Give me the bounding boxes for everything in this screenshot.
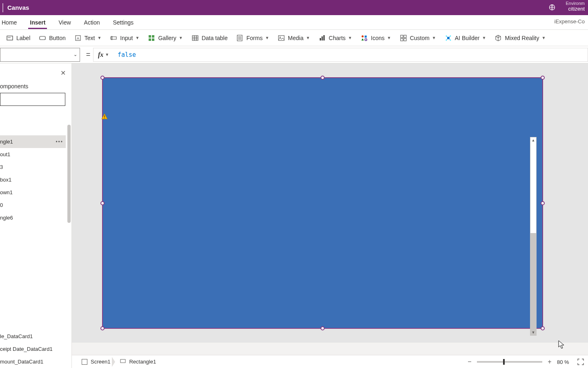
ribbon-aibuilder[interactable]: AI Builder ▼: [445, 35, 486, 41]
components-tab[interactable]: omponents: [0, 83, 28, 90]
tree-item-label: ceipt Date_DataCard1: [0, 346, 53, 352]
file-name[interactable]: iExpense-Co: [555, 18, 585, 25]
ribbon-input[interactable]: Input ▼: [110, 35, 139, 41]
menu-action[interactable]: Action: [82, 16, 102, 29]
ribbon-media-text: Media: [288, 35, 303, 41]
formula-input[interactable]: false: [114, 48, 588, 62]
menu-insert[interactable]: Insert: [28, 16, 47, 29]
menu-home[interactable]: Home: [0, 16, 18, 29]
status-bar: Screen1 Rectangle1 − + 80 %: [72, 355, 588, 368]
ribbon-charts[interactable]: Charts ▼: [319, 35, 352, 41]
tree-item-label: 0: [0, 202, 3, 208]
text-icon: A: [75, 35, 81, 41]
custom-icon: [400, 35, 407, 41]
ribbon-mixedreality[interactable]: Mixed Reality ▼: [495, 35, 546, 41]
svg-rect-3: [40, 36, 45, 40]
tree-item-label: mount_DataCard1: [0, 359, 43, 365]
svg-rect-8: [149, 35, 151, 38]
environment-icon[interactable]: [549, 4, 555, 12]
ribbon-datatable[interactable]: Data table: [192, 35, 228, 41]
fx-button[interactable]: fx ▼: [93, 48, 114, 62]
inner-scrollbar[interactable]: ▲ ▼: [530, 137, 537, 336]
chevron-down-icon: ▼: [306, 36, 310, 40]
ribbon-datatable-text: Data table: [202, 35, 228, 41]
chevron-down-icon: ▼: [135, 36, 139, 40]
tree-item-label: box1: [0, 177, 11, 183]
menu-view[interactable]: View: [57, 16, 72, 29]
panel-scrollbar[interactable]: [67, 125, 71, 223]
scroll-track[interactable]: [530, 143, 536, 330]
tree-item[interactable]: ngle6: [0, 211, 66, 224]
fit-to-screen-button[interactable]: [577, 359, 584, 365]
tree-item[interactable]: own1: [0, 186, 66, 199]
ribbon-button[interactable]: Button: [39, 35, 65, 41]
tree-item[interactable]: box1: [0, 173, 66, 186]
tree-item[interactable]: mount_DataCard1: [0, 355, 66, 368]
ribbon-custom[interactable]: Custom ▼: [400, 35, 436, 41]
svg-rect-23: [320, 38, 321, 40]
input-icon: [110, 35, 117, 41]
chevron-down-icon: ▼: [482, 36, 486, 40]
zoom-slider[interactable]: [477, 361, 542, 363]
breadcrumb-screen-label: Screen1: [91, 359, 110, 365]
resize-handle-br[interactable]: [541, 326, 545, 330]
ribbon-forms[interactable]: Forms ▼: [236, 35, 269, 41]
warning-icon[interactable]: [101, 113, 108, 121]
search-input[interactable]: [0, 93, 65, 106]
tree-item-label: le_DataCard1: [0, 333, 33, 339]
property-selector[interactable]: ⌄: [0, 48, 80, 62]
ribbon-media[interactable]: Media ▼: [278, 35, 310, 41]
tree-view: ngle1 ••• out1 3 box1 own1 0 ngle6: [0, 135, 66, 224]
svg-rect-31: [401, 38, 403, 41]
resize-handle-mr[interactable]: [541, 201, 545, 205]
zoom-out-button[interactable]: −: [466, 358, 473, 366]
breadcrumb-control[interactable]: Rectangle1: [115, 355, 161, 368]
tree-item-label: own1: [0, 189, 13, 195]
scroll-up-icon[interactable]: ▲: [530, 137, 536, 143]
close-icon[interactable]: ✕: [60, 69, 66, 77]
resize-handle-bm[interactable]: [321, 326, 325, 330]
resize-handle-ml[interactable]: [100, 201, 105, 205]
svg-rect-29: [401, 35, 403, 38]
tree-item[interactable]: 3: [0, 161, 66, 173]
scroll-down-icon[interactable]: ▼: [530, 330, 536, 335]
ribbon-button-text: Button: [49, 35, 65, 41]
chevron-down-icon: ▼: [179, 36, 183, 40]
svg-rect-24: [322, 36, 323, 40]
mixedreality-icon: [495, 35, 501, 41]
tree-view-panel: ✕ omponents ngle1 ••• out1 3 box1 own1 0…: [0, 63, 72, 368]
ribbon-label[interactable]: Label: [7, 35, 30, 41]
zoom-in-button[interactable]: +: [546, 358, 553, 366]
selected-rectangle[interactable]: ▲ ▼: [102, 77, 543, 329]
more-icon[interactable]: •••: [56, 139, 63, 145]
insert-ribbon: Label Button A Text ▼ Input ▼ Gallery ▼ …: [0, 30, 588, 46]
tree-view-bottom: le_DataCard1 ceipt Date_DataCard1 mount_…: [0, 330, 66, 368]
tree-item[interactable]: ceipt Date_DataCard1: [0, 343, 66, 355]
resize-handle-tr[interactable]: [541, 76, 545, 80]
resize-handle-bl[interactable]: [100, 326, 105, 330]
tree-item[interactable]: le_DataCard1: [0, 330, 66, 343]
menu-settings[interactable]: Settings: [111, 16, 136, 29]
ribbon-label-text: Label: [16, 35, 30, 41]
zoom-slider-knob[interactable]: [503, 359, 505, 365]
rectangle-icon: [120, 358, 126, 365]
canvas-area[interactable]: ▲ ▼: [72, 63, 588, 343]
svg-text:A: A: [77, 36, 79, 40]
environment-label[interactable]: Environm citizent: [566, 0, 585, 11]
tree-item[interactable]: out1: [0, 148, 66, 161]
breadcrumb-screen[interactable]: Screen1: [77, 355, 115, 368]
ribbon-gallery[interactable]: Gallery ▼: [148, 35, 183, 41]
svg-rect-21: [278, 36, 284, 40]
svg-point-28: [365, 38, 367, 40]
ribbon-mixedreality-text: Mixed Reality: [505, 35, 539, 41]
resize-handle-tm[interactable]: [321, 76, 325, 80]
resize-handle-tl[interactable]: [100, 76, 105, 80]
titlebar-divider: [2, 3, 3, 12]
tree-item[interactable]: ngle1 •••: [0, 135, 66, 148]
scroll-thumb[interactable]: [530, 233, 536, 335]
tree-item[interactable]: 0: [0, 199, 66, 211]
ribbon-icons[interactable]: Icons ▼: [361, 35, 391, 41]
forms-icon: [236, 35, 243, 41]
tree-item-label: 3: [0, 164, 3, 170]
ribbon-text[interactable]: A Text ▼: [75, 35, 102, 41]
